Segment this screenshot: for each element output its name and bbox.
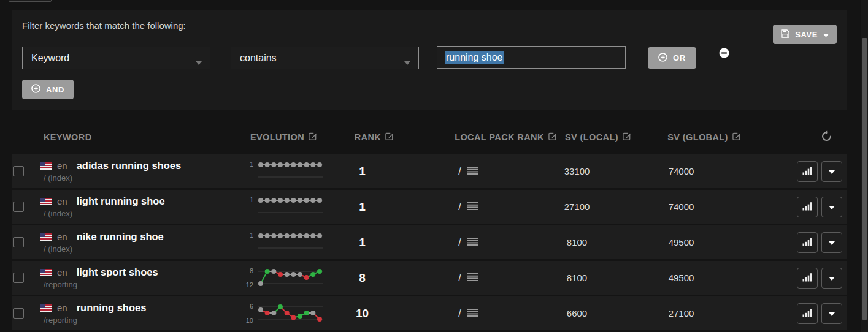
keyword-url: / (index) (44, 209, 226, 218)
chart-icon (802, 165, 813, 177)
checkbox-cell (12, 202, 40, 212)
save-button-label: SAVE (795, 30, 818, 39)
keyword-label[interactable]: light running shoe (77, 195, 165, 207)
and-button[interactable]: AND (22, 80, 74, 99)
sv-global-value: 49500 (624, 237, 738, 247)
rank-value: 8 (330, 271, 394, 285)
filter-value-input[interactable]: running shoe (437, 46, 626, 69)
top-tab-stub[interactable] (9, 0, 52, 2)
table-row: en nike running shoe / (index) 1 1 / 810… (12, 225, 847, 259)
chevron-down-icon (404, 56, 410, 67)
save-icon (781, 29, 789, 40)
row-checkbox[interactable] (13, 273, 24, 283)
refresh-icon[interactable] (821, 130, 832, 144)
keyword-cell: en running shoes /reporting (40, 302, 226, 325)
chart-icon (802, 307, 813, 319)
row-checkbox[interactable] (13, 237, 24, 247)
chart-button[interactable] (797, 161, 818, 182)
keyword-label[interactable]: adidas running shoes (77, 160, 182, 172)
table-row: en adidas running shoes / (index) 1 1 / … (12, 154, 847, 188)
keyword-label[interactable]: light sport shoes (77, 266, 158, 278)
evolution-sparkline (256, 268, 324, 289)
row-actions (738, 197, 847, 217)
edit-sv-local-icon[interactable] (623, 132, 632, 143)
sv-global-value: 74000 (624, 166, 738, 176)
keyword-label[interactable]: nike running shoe (77, 231, 164, 243)
language-label: en (57, 160, 67, 171)
caret-down-icon (829, 167, 835, 176)
caret-down-icon (823, 30, 829, 39)
table-body: en adidas running shoes / (index) 1 1 / … (12, 154, 847, 330)
table-row: en running shoes /reporting 6 10 10 / 66… (12, 296, 847, 330)
remove-condition-button[interactable] (719, 48, 729, 58)
row-menu-button[interactable] (821, 161, 842, 182)
language-label: en (57, 267, 67, 277)
keyword-url: /reporting (44, 280, 226, 289)
chart-button[interactable] (797, 303, 818, 324)
row-checkbox[interactable] (13, 308, 24, 319)
serp-list-icon[interactable] (467, 273, 478, 284)
serp-list-icon[interactable] (467, 166, 478, 177)
chart-icon (802, 201, 813, 213)
evolution-column-header: EVOLUTION (226, 132, 342, 143)
table-header: KEYWORD EVOLUTION RANK LOCAL PACK RANK S… (12, 119, 847, 154)
evolution-sparkline (256, 232, 324, 253)
us-flag-icon (40, 304, 52, 312)
evolution-top-label: 8 (244, 268, 253, 274)
keyword-cell: en light sport shoes /reporting (40, 266, 226, 289)
local-pack-rank-value: / (458, 166, 461, 177)
scrollbar-thumb[interactable] (862, 38, 867, 320)
local-pack-rank-cell: / (407, 166, 529, 177)
us-flag-icon (40, 269, 52, 276)
keyword-label[interactable]: running shoes (77, 302, 147, 314)
checkbox-cell (12, 273, 40, 283)
us-flag-icon (40, 233, 52, 241)
row-checkbox[interactable] (13, 166, 24, 176)
rank-value: 1 (330, 165, 394, 178)
sv-global-column-header: SV (GLOBAL) (648, 132, 761, 143)
field-select[interactable]: Keyword (22, 47, 210, 69)
filter-panel: Filter keywords that match the following… (12, 10, 847, 110)
chart-button[interactable] (797, 268, 818, 289)
checkbox-cell (12, 237, 40, 247)
local-pack-rank-value: / (458, 308, 461, 319)
scrollbar[interactable] (861, 0, 868, 332)
chart-button[interactable] (797, 232, 818, 253)
row-menu-button[interactable] (821, 268, 842, 289)
local-pack-rank-cell: / (407, 202, 529, 213)
serp-list-icon[interactable] (467, 308, 478, 319)
rank-value: 1 (330, 200, 394, 214)
row-menu-button[interactable] (821, 197, 842, 217)
operator-select[interactable]: contains (231, 47, 419, 69)
local-pack-rank-cell: / (407, 273, 529, 284)
chevron-down-icon (196, 56, 202, 67)
row-menu-button[interactable] (821, 303, 842, 324)
evolution-bottom-label: 12 (244, 282, 253, 289)
edit-rank-icon[interactable] (385, 132, 394, 143)
save-button[interactable]: SAVE (773, 25, 837, 44)
chart-button[interactable] (797, 197, 818, 217)
sv-local-column-header: SV (LOCAL) (551, 132, 646, 143)
sv-local-value: 6600 (529, 308, 624, 319)
keywords-table: KEYWORD EVOLUTION RANK LOCAL PACK RANK S… (12, 119, 847, 332)
operator-select-value: contains (240, 53, 277, 64)
edit-evolution-icon[interactable] (309, 132, 318, 143)
local-pack-rank-cell: / (407, 237, 529, 248)
row-actions (738, 161, 847, 182)
evolution-sparkline (256, 303, 324, 324)
local-pack-rank-value: / (458, 273, 461, 284)
caret-down-icon (829, 273, 835, 282)
us-flag-icon (40, 162, 52, 170)
evolution-bottom-label: 10 (244, 317, 253, 324)
caret-down-icon (829, 238, 835, 247)
or-button[interactable]: OR (648, 47, 696, 69)
row-checkbox[interactable] (13, 202, 24, 212)
row-menu-button[interactable] (821, 232, 842, 253)
serp-list-icon[interactable] (467, 237, 478, 248)
edit-sv-global-icon[interactable] (732, 132, 742, 143)
caret-down-icon (829, 202, 835, 211)
sv-global-value: 27100 (624, 308, 738, 319)
language-label: en (57, 232, 67, 242)
evolution-cell: 6 10 (226, 303, 342, 324)
serp-list-icon[interactable] (467, 202, 478, 213)
